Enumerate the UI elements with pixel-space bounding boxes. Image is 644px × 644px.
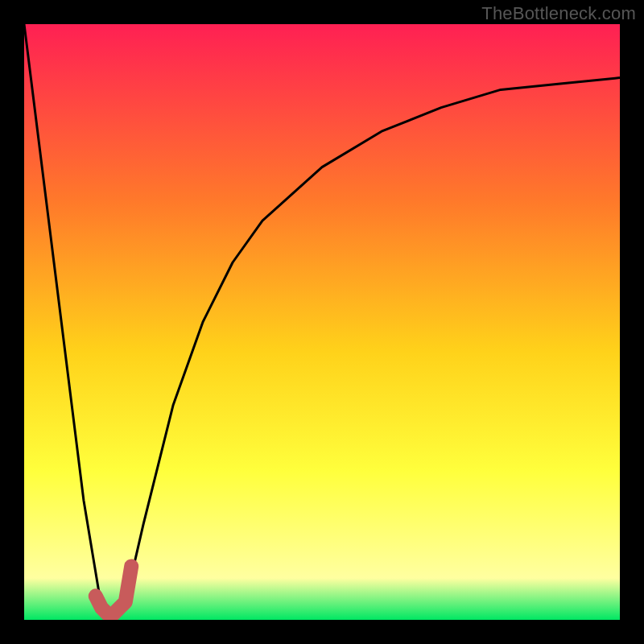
chart-svg (24, 24, 620, 620)
watermark-text: TheBottleneck.com (481, 3, 636, 24)
plot-area (24, 24, 620, 620)
chart-frame: TheBottleneck.com (0, 0, 644, 644)
gradient-background (24, 24, 620, 620)
